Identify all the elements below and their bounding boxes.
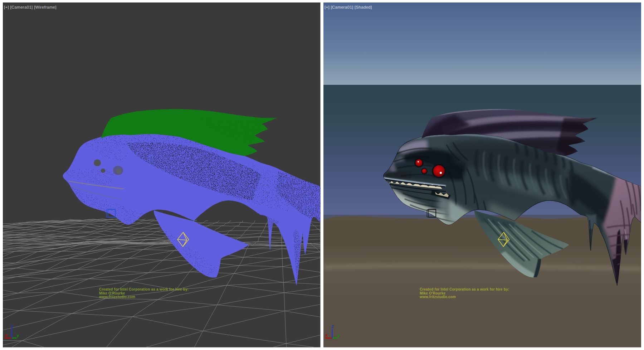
svg-text:[+] [Camera01] [Shaded]: [+] [Camera01] [Shaded] bbox=[325, 5, 372, 9]
svg-text:[+] [Camera01] [Wireframe]: [+] [Camera01] [Wireframe] bbox=[4, 5, 57, 9]
